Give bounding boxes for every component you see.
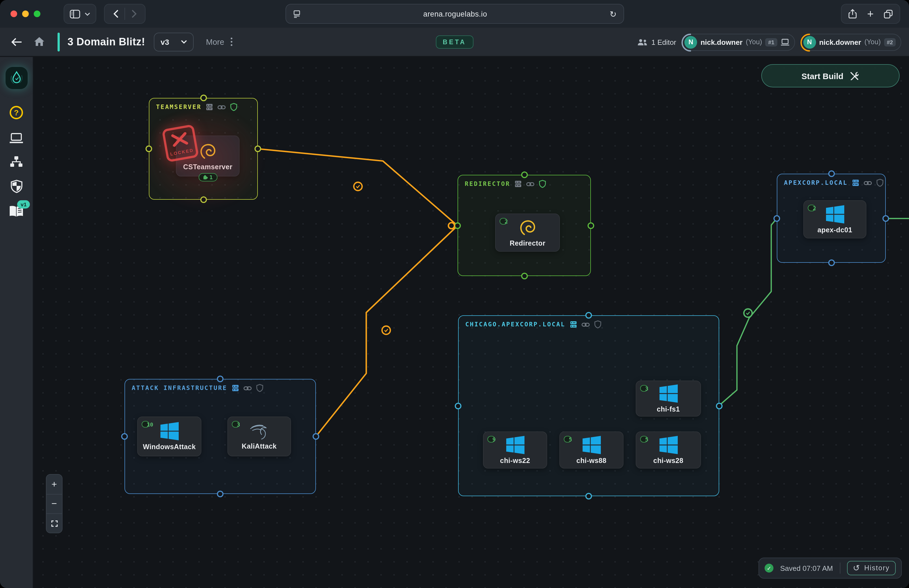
node-label: CSTeamserver: [183, 163, 232, 171]
canvas-node-CSTeamserver[interactable]: CSTeamserver1LOCKED: [176, 136, 239, 176]
panel-icon: [70, 9, 80, 19]
link-icon: [864, 179, 872, 186]
edge-orange[interactable]: [316, 226, 457, 436]
group-apexcorp[interactable]: APEXCORP.LOCAL apex-dc012: [777, 174, 886, 263]
connection-handle[interactable]: [121, 433, 128, 440]
address-bar[interactable]: arena.roguelabs.io ↻: [285, 4, 624, 24]
connection-handle[interactable]: [882, 215, 889, 221]
app-logo[interactable]: [5, 67, 27, 89]
group-attack-infrastructure[interactable]: ATTACK INFRASTRUCTURE WindowsAttack10Kal…: [124, 379, 316, 494]
forward-button[interactable]: [125, 5, 143, 22]
server-rack-icon: [231, 384, 239, 392]
group-teamserver[interactable]: TEAMSERVER CSTeamserver1LOCKED: [149, 98, 258, 200]
canvas-node-apex-dc01[interactable]: apex-dc012: [803, 200, 866, 238]
group-label: TEAMSERVER: [156, 103, 202, 111]
connection-handle[interactable]: [200, 196, 207, 203]
canvas-node-WindowsAttack[interactable]: WindowsAttack10: [137, 417, 202, 456]
plugin-count-badge: 5: [564, 436, 572, 443]
new-tab-icon[interactable]: +: [867, 8, 873, 19]
diagram-canvas[interactable]: Start Build + − ✓ Saved 07:07 AM ↺ Histo…: [33, 57, 909, 588]
link-icon: [243, 385, 252, 391]
topology-button[interactable]: [10, 156, 23, 168]
machines-button[interactable]: [10, 133, 23, 144]
locked-stamp: LOCKED: [161, 124, 199, 162]
tabs-overview-icon[interactable]: [883, 9, 893, 19]
connection-handle[interactable]: [585, 312, 592, 318]
node-label: chi-fs1: [657, 405, 680, 413]
zoom-out-button[interactable]: −: [47, 494, 62, 513]
connection-handle[interactable]: [200, 95, 207, 101]
shield-icon: [539, 180, 546, 188]
group-redirector[interactable]: REDIRECTOR Redirector2: [457, 175, 591, 276]
edge-green[interactable]: [719, 218, 777, 405]
canvas-node-chi-ws28[interactable]: chi-ws285: [636, 431, 701, 468]
group-label: APEXCORP.LOCAL: [784, 179, 848, 186]
edge-status-indicator[interactable]: [354, 182, 362, 191]
document-title: 3 Domain Blitz!: [68, 36, 145, 48]
connection-handle[interactable]: [521, 171, 528, 178]
connection-handle[interactable]: [454, 222, 461, 229]
history-icon: ↺: [853, 563, 860, 573]
docs-button[interactable]: v1: [9, 205, 24, 217]
minimize-window-button[interactable]: [22, 11, 29, 17]
sidebar-toggle[interactable]: [64, 4, 96, 24]
zoom-in-button[interactable]: +: [47, 475, 62, 494]
canvas-node-KaliAttack[interactable]: KaliAttack3: [228, 417, 291, 456]
connection-handle[interactable]: [828, 170, 835, 177]
connection-handle[interactable]: [217, 491, 223, 497]
saved-timestamp: Saved 07:07 AM: [780, 564, 833, 572]
version-value: v3: [160, 37, 169, 46]
connection-handle[interactable]: [255, 145, 261, 152]
canvas-node-chi-ws88[interactable]: chi-ws885: [559, 431, 623, 468]
session-tag: #2: [884, 38, 896, 46]
connection-handle[interactable]: [716, 402, 723, 409]
app-back-button[interactable]: [11, 37, 22, 46]
kebab-menu-icon[interactable]: [231, 38, 232, 46]
connection-handle[interactable]: [585, 493, 592, 499]
close-window-button[interactable]: [11, 11, 17, 17]
fit-view-button[interactable]: [47, 513, 62, 533]
plugin-count-badge: 1: [199, 173, 217, 181]
connection-handle[interactable]: [455, 402, 462, 409]
node-label: chi-ws28: [653, 457, 683, 464]
url-text: arena.roguelabs.io: [301, 10, 610, 18]
connection-handle[interactable]: [828, 259, 835, 266]
reader-view-icon[interactable]: [292, 10, 301, 18]
edge-status-indicator[interactable]: [744, 309, 752, 317]
user-pill-1[interactable]: N nick.downer (You) #1: [681, 34, 795, 51]
maximize-window-button[interactable]: [34, 11, 40, 17]
help-button[interactable]: ?: [10, 106, 23, 120]
connection-handle[interactable]: [313, 433, 319, 440]
edge-orange[interactable]: [258, 149, 457, 226]
windows-logo-icon: [506, 436, 524, 454]
more-button[interactable]: More: [206, 37, 224, 46]
connection-handle[interactable]: [217, 376, 223, 382]
check-icon: [384, 329, 388, 332]
connection-handle[interactable]: [145, 145, 152, 152]
debian-swirl-icon: [518, 218, 537, 237]
connection-handle[interactable]: [588, 222, 594, 229]
svg-text:?: ?: [14, 108, 19, 117]
home-icon[interactable]: [34, 37, 44, 47]
start-build-button[interactable]: Start Build: [761, 64, 899, 87]
defense-button[interactable]: [10, 180, 23, 193]
canvas-node-Redirector[interactable]: Redirector2: [495, 213, 560, 252]
group-chicago[interactable]: CHICAGO.APEXCORP.LOCAL chi-fs13chi-ws229…: [458, 315, 719, 496]
node-label: apex-dc01: [817, 226, 852, 234]
browser-chrome: arena.roguelabs.io ↻ +: [0, 0, 909, 27]
group-header: CHICAGO.APEXCORP.LOCAL: [465, 320, 601, 329]
connection-handle[interactable]: [773, 215, 780, 221]
edge-status-indicator[interactable]: [382, 326, 390, 334]
share-icon[interactable]: [848, 9, 857, 19]
laptop-icon: [10, 133, 23, 144]
back-button[interactable]: [107, 5, 124, 22]
connection-handle[interactable]: [521, 273, 528, 279]
canvas-node-chi-fs1[interactable]: chi-fs13: [636, 381, 701, 417]
plugin-count-badge: 9: [488, 436, 495, 443]
user-pill-2[interactable]: N nick.downer (You) #2: [800, 34, 901, 51]
version-select[interactable]: v3: [154, 32, 194, 51]
link-icon: [526, 181, 534, 187]
canvas-node-chi-ws22[interactable]: chi-ws229: [483, 431, 547, 468]
history-button[interactable]: ↺ History: [847, 561, 896, 575]
reload-icon[interactable]: ↻: [610, 10, 617, 18]
